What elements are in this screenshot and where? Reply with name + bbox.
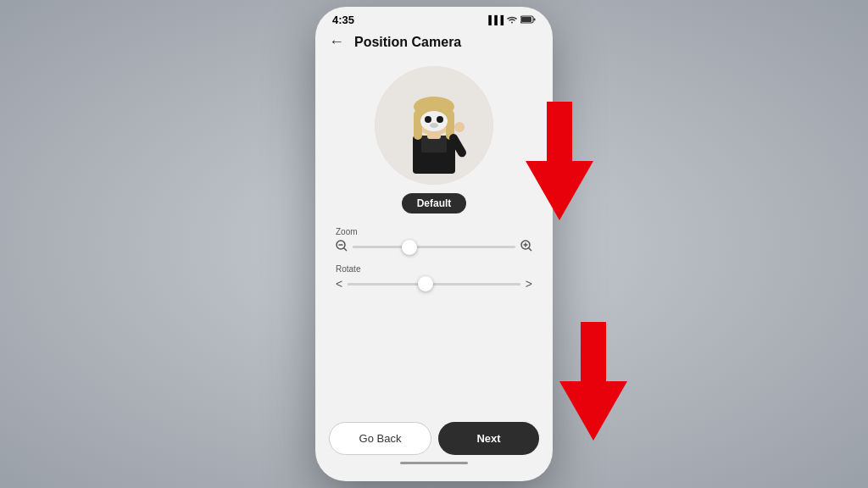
- footer: Go Back Next: [315, 422, 553, 481]
- rotate-label: Rotate: [336, 264, 532, 274]
- status-time: 4:35: [332, 14, 354, 26]
- signal-icon: ▐▐▐: [486, 15, 504, 25]
- header: ← Position Camera: [315, 30, 553, 58]
- svg-point-17: [437, 116, 443, 123]
- rotate-right-icon: >: [526, 277, 532, 291]
- svg-point-18: [430, 123, 438, 128]
- avatar-preview: [375, 66, 493, 185]
- svg-point-16: [425, 116, 431, 123]
- rotate-left-icon: <: [336, 277, 342, 291]
- avatar-section: Default: [315, 58, 553, 220]
- back-button[interactable]: ←: [329, 33, 344, 51]
- phone-frame: 4:35 ▐▐▐ ← Position Camer: [315, 7, 553, 481]
- battery-icon: [520, 15, 536, 25]
- svg-point-20: [454, 122, 465, 132]
- svg-line-23: [344, 248, 348, 252]
- svg-point-15: [420, 111, 448, 131]
- status-icons: ▐▐▐: [486, 15, 536, 25]
- controls-section: Zoom Ro: [315, 220, 553, 291]
- page-title: Position Camera: [354, 35, 461, 50]
- default-button[interactable]: Default: [402, 193, 467, 214]
- svg-line-27: [529, 248, 532, 252]
- rotate-slider-row: < >: [336, 277, 532, 291]
- avatar-svg: [375, 66, 493, 185]
- go-back-button[interactable]: Go Back: [329, 422, 431, 455]
- next-button[interactable]: Next: [438, 422, 539, 455]
- wifi-icon: [507, 15, 517, 25]
- zoom-slider[interactable]: [353, 246, 515, 248]
- zoom-label: Zoom: [336, 227, 532, 236]
- home-indicator: [400, 462, 468, 464]
- zoom-out-icon: [336, 240, 348, 254]
- svg-point-2: [511, 21, 513, 23]
- status-bar: 4:35 ▐▐▐: [315, 7, 553, 30]
- zoom-in-icon: [520, 240, 532, 254]
- zoom-slider-row: [336, 240, 532, 254]
- svg-rect-5: [534, 18, 536, 20]
- svg-rect-4: [521, 17, 531, 22]
- rotate-slider[interactable]: [348, 283, 520, 286]
- footer-buttons: Go Back Next: [329, 422, 539, 455]
